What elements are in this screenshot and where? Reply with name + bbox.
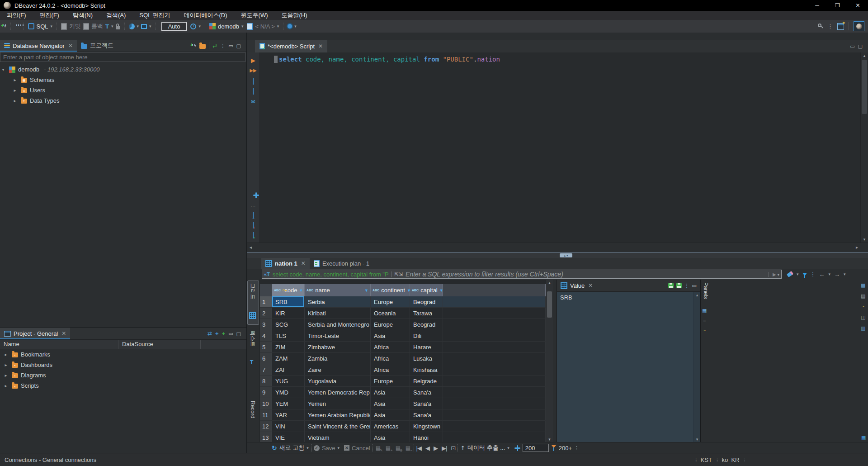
row-number[interactable]: 10 xyxy=(260,398,272,409)
dbeaver-perspective-button[interactable] xyxy=(854,21,864,31)
mail-export-icon[interactable]: ✉ xyxy=(250,98,257,105)
grid-cell[interactable]: Yugoslavia xyxy=(305,376,371,386)
minimize-button[interactable]: ─ xyxy=(807,0,827,11)
tree-item-connection[interactable]: ▾demodb- 192.168.2.33:30000 xyxy=(0,64,246,75)
close-icon[interactable]: ✕ xyxy=(68,43,73,49)
panel-toggle-icon[interactable]: ◔ xyxy=(702,328,707,333)
scroll-up-icon[interactable]: ▴ xyxy=(694,293,700,297)
scrollbar-thumb[interactable] xyxy=(862,60,867,114)
scroll-right-icon[interactable]: ▸ xyxy=(856,245,858,250)
close-icon[interactable]: ✕ xyxy=(588,282,593,289)
scroll-down-icon[interactable]: ▾ xyxy=(546,437,553,442)
grid-cell[interactable]: Europe xyxy=(371,296,410,307)
row-number[interactable]: 4 xyxy=(260,330,272,341)
grid-cell[interactable]: Tarawa xyxy=(410,308,443,319)
add-row-icon[interactable]: ▤+ xyxy=(385,445,392,451)
sort-dropdown-icon[interactable]: ▼ xyxy=(364,288,368,293)
search-icon[interactable] xyxy=(818,24,823,29)
scroll-up-icon[interactable]: ▴ xyxy=(546,281,553,285)
fetch-settings-icon[interactable] xyxy=(514,445,520,451)
task-icon[interactable] xyxy=(288,24,292,29)
table-row[interactable]: 7ZAIZaireAfricaKinshasa xyxy=(260,364,546,376)
grid-cell[interactable]: Beograd xyxy=(410,319,443,330)
history-back-icon[interactable]: ← xyxy=(819,271,825,278)
grid-cell[interactable]: Asia xyxy=(371,398,410,409)
sql-editor-button[interactable]: SQL xyxy=(37,23,48,30)
grid-cell[interactable]: Yemen xyxy=(305,398,371,409)
rollback-icon[interactable] xyxy=(83,23,89,30)
tree-item-data-types[interactable]: ▸TData Types xyxy=(0,95,246,106)
grid-cell[interactable]: Europe xyxy=(371,319,410,330)
row-number[interactable]: 1 xyxy=(260,296,272,307)
explain-plan-icon[interactable] xyxy=(250,78,257,85)
column-header-name[interactable]: Name xyxy=(0,340,118,349)
tab-database-navigator[interactable]: Database Navigator ✕ xyxy=(0,40,77,52)
column-header-continent[interactable]: ABCcontinent▼ xyxy=(371,284,410,296)
locale-indicator[interactable]: ko_KR xyxy=(722,456,739,463)
project-item-bookmarks[interactable]: ▸▪Bookmarks xyxy=(0,349,246,360)
fetch-size-input[interactable] xyxy=(523,444,549,452)
scroll-left-icon[interactable]: ◂ xyxy=(250,245,252,250)
fetch-page-button[interactable]: ⊡ xyxy=(451,445,455,452)
tab-nation-1[interactable]: nation 1 ✕ xyxy=(261,258,310,269)
row-number[interactable]: 2 xyxy=(260,308,272,319)
grid-vertical-scrollbar[interactable]: ▴ ▾ xyxy=(546,280,553,442)
column-header-name[interactable]: ABCname▼ xyxy=(305,284,371,296)
doc-save-icon[interactable]: ▪ xyxy=(250,232,257,239)
monitor-icon[interactable] xyxy=(141,24,147,29)
menu-item-1[interactable]: 파일(F) xyxy=(0,11,33,20)
collapse-arrow-icon[interactable]: ▸ xyxy=(3,352,9,357)
menu-item-2[interactable]: 편집(E) xyxy=(33,11,66,20)
commit-button[interactable]: 커밋 xyxy=(69,22,81,30)
grid-cell[interactable]: Vietnam xyxy=(305,432,371,443)
apply-filter-icon[interactable]: ▶ ▾ xyxy=(769,272,779,277)
expand-arrow-icon[interactable]: ▾ xyxy=(0,67,6,72)
grid-cell[interactable]: ZAI xyxy=(272,364,305,375)
project-item-diagrams[interactable]: ▸▪Diagrams xyxy=(0,370,246,380)
table-row[interactable]: 1SRBSerbiaEuropeBeograd xyxy=(260,296,546,308)
table-row[interactable]: 6ZAMZambiaAfricaLusaka xyxy=(260,353,546,364)
grid-cell[interactable]: Kinshasa xyxy=(410,364,443,375)
grid-cell[interactable]: ZIM xyxy=(272,342,305,352)
splitter-grip[interactable]: ▴ ▾ xyxy=(560,253,572,257)
collapse-arrow-icon[interactable]: ▸ xyxy=(3,383,9,388)
grid-cell-empty[interactable] xyxy=(443,308,546,319)
scroll-down-icon[interactable]: ▾ xyxy=(694,437,700,442)
rail-list-icon[interactable]: ▤ xyxy=(861,293,865,299)
doc-alert-icon[interactable]: ! xyxy=(250,222,257,229)
presentation-grid-label[interactable]: 그리드 xyxy=(249,283,257,300)
grid-cell-empty[interactable] xyxy=(443,409,546,420)
row-number[interactable]: 6 xyxy=(260,353,272,364)
grid-cell[interactable]: ZAM xyxy=(272,353,305,364)
table-row[interactable]: 3SCGSerbia and MontenegroEuropeBeograd xyxy=(260,319,546,330)
value-tab-label[interactable]: Value xyxy=(570,282,585,289)
rail-chart-icon[interactable]: ◔ xyxy=(861,304,865,309)
project-item-dashboards[interactable]: ▸▪Dashboards xyxy=(0,360,246,370)
presentation-text-label[interactable]: 텍스트 xyxy=(249,330,257,347)
row-number[interactable]: 3 xyxy=(260,319,272,330)
tab-project-general[interactable]: Project - General ✕ xyxy=(0,328,70,339)
editor-body[interactable]: ▶ ▶▶ ✉ ⋯ → ! ▪ select code, name, contin… xyxy=(247,52,868,243)
table-row[interactable]: 11YARYemen Arabian RepublicAsiaSana'a xyxy=(260,409,546,421)
filter-expression-input[interactable]: «T select code, name, continent, capital… xyxy=(262,270,782,279)
table-row[interactable]: 9YMDYemen Democratic RepublicAsiaSana'a xyxy=(260,387,546,398)
grid-cell[interactable]: Yemen Arabian Republic xyxy=(305,409,371,420)
table-row[interactable]: 4TLSTimor-LesteAsiaDili xyxy=(260,330,546,342)
grid-cell[interactable]: Serbia xyxy=(305,296,371,307)
grid-cell[interactable]: YEM xyxy=(272,398,305,409)
editor-horizontal-scrollbar[interactable]: ◂ ▸ xyxy=(247,243,868,252)
more-icon[interactable]: ⋯ xyxy=(250,202,257,209)
text-presentation-icon[interactable]: T xyxy=(250,359,253,366)
grid-cell[interactable]: Americas xyxy=(371,421,410,432)
rail-grid-icon[interactable]: ▦ xyxy=(861,282,865,288)
minimize-view-icon[interactable]: ▭ xyxy=(228,331,233,337)
rail-panel-icon[interactable]: ▥ xyxy=(861,325,865,331)
grid-cell[interactable]: Sana'a xyxy=(410,387,443,398)
maximize-button[interactable]: ❐ xyxy=(827,0,848,11)
sort-dropdown-icon[interactable]: ▼ xyxy=(299,288,303,293)
expand-all-icon[interactable]: + xyxy=(215,330,219,337)
menu-item-4[interactable]: 검색(A) xyxy=(99,11,132,20)
delete-row-icon[interactable]: ▤− xyxy=(405,445,411,451)
timezone-indicator[interactable]: KST xyxy=(701,456,712,463)
value-content[interactable]: SRB ▴ ▾ xyxy=(557,292,700,442)
